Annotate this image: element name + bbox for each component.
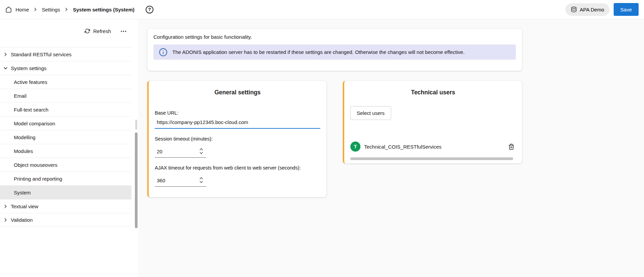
breadcrumb-settings[interactable]: Settings bbox=[42, 7, 60, 12]
sidebar-item-label: Textual view bbox=[11, 204, 38, 209]
breadcrumb-home[interactable]: Home bbox=[16, 7, 29, 12]
sidebar-item-printing-and-reporting[interactable]: Printing and reporting bbox=[0, 172, 131, 185]
chevron-right-icon bbox=[33, 7, 38, 12]
sidebar-item-label: Standard RESTful services bbox=[11, 52, 71, 57]
select-users-button[interactable]: Select users bbox=[350, 106, 391, 120]
ajax-timeout-field bbox=[155, 174, 206, 187]
top-bar-actions: APA Demo Save bbox=[565, 3, 639, 16]
sidebar-item-label: Modules bbox=[14, 148, 33, 154]
breadcrumb: Home Settings System settings (System) ? bbox=[5, 6, 153, 13]
delete-user-button[interactable] bbox=[507, 143, 515, 151]
session-timeout-label: Session timeout (minutes): bbox=[155, 136, 320, 142]
ajax-timeout-spinner bbox=[199, 176, 204, 184]
user-list-item: T Technical_COIS_RESTfulServices bbox=[350, 142, 516, 152]
sidebar-item-label: System bbox=[14, 190, 31, 195]
chevron-right-icon[interactable] bbox=[3, 217, 8, 223]
sidebar: Refresh ⋯ Standard RESTful services Syst… bbox=[0, 19, 138, 277]
ajax-timeout-input[interactable] bbox=[155, 174, 190, 186]
workspace-badge[interactable]: APA Demo bbox=[565, 3, 610, 16]
decrement-icon[interactable] bbox=[199, 151, 204, 155]
settings-tree: Standard RESTful services System setting… bbox=[0, 47, 131, 227]
sidebar-item-active-features[interactable]: Active features bbox=[0, 75, 131, 89]
breadcrumb-current: System settings (System) bbox=[73, 7, 135, 12]
decrement-icon[interactable] bbox=[199, 180, 204, 184]
increment-icon[interactable] bbox=[199, 147, 204, 151]
sidebar-item-full-text-search[interactable]: Full-text search bbox=[0, 102, 131, 116]
sidebar-item-validation[interactable]: Validation bbox=[0, 213, 131, 227]
refresh-icon bbox=[85, 28, 90, 34]
sidebar-item-label: Printing and reporting bbox=[14, 176, 62, 182]
session-timeout-input[interactable] bbox=[155, 145, 190, 157]
increment-icon[interactable] bbox=[199, 176, 204, 180]
main-content: Configuration settings for basic functio… bbox=[138, 19, 644, 277]
database-icon bbox=[571, 6, 577, 12]
horizontal-scrollbar-thumb[interactable] bbox=[350, 157, 513, 160]
sidebar-scrollbar-thumb[interactable] bbox=[135, 132, 138, 228]
help-icon[interactable]: ? bbox=[146, 6, 153, 13]
session-timeout-field bbox=[155, 145, 206, 158]
general-settings-title: General settings bbox=[155, 89, 320, 96]
configuration-description: Configuration settings for basic functio… bbox=[153, 34, 516, 40]
sidebar-item-label: Email bbox=[14, 93, 27, 99]
base-url-input[interactable] bbox=[155, 116, 320, 129]
sidebar-item-modules[interactable]: Modules bbox=[0, 144, 131, 158]
sidebar-item-label: Model comparison bbox=[14, 121, 55, 126]
refresh-button[interactable]: Refresh bbox=[85, 28, 111, 34]
chevron-right-icon bbox=[64, 7, 69, 12]
sidebar-item-label: Validation bbox=[11, 217, 33, 223]
session-timeout-spinner bbox=[199, 147, 204, 155]
technical-users-card: Technical users Select users T Technical… bbox=[343, 81, 522, 163]
chevron-right-icon[interactable] bbox=[3, 52, 8, 57]
chevron-down-icon[interactable] bbox=[3, 65, 8, 71]
sidebar-scrollbar-track[interactable] bbox=[135, 120, 137, 130]
sidebar-item-label: Active features bbox=[14, 79, 47, 85]
sidebar-item-textual-view[interactable]: Textual view bbox=[0, 199, 131, 213]
ajax-timeout-label: AJAX timeout for requests from web clien… bbox=[155, 165, 320, 171]
sidebar-item-label: Object mouseovers bbox=[14, 162, 57, 168]
sidebar-item-label: Modelling bbox=[14, 134, 35, 140]
sidebar-item-email[interactable]: Email bbox=[0, 89, 131, 102]
sidebar-item-object-mouseovers[interactable]: Object mouseovers bbox=[0, 158, 131, 172]
workspace-badge-label: APA Demo bbox=[580, 7, 604, 12]
info-icon bbox=[159, 48, 168, 57]
sidebar-toolbar: Refresh ⋯ bbox=[0, 19, 138, 43]
trash-icon bbox=[508, 144, 515, 150]
chevron-right-icon[interactable] bbox=[3, 204, 8, 209]
restart-info-banner: The ADONIS application server has to be … bbox=[153, 44, 516, 60]
sidebar-item-model-comparison[interactable]: Model comparison bbox=[0, 116, 131, 130]
sidebar-item-label: System settings bbox=[11, 65, 47, 71]
sidebar-item-modelling[interactable]: Modelling bbox=[0, 130, 131, 144]
sidebar-item-label: Full-text search bbox=[14, 107, 49, 113]
user-avatar: T bbox=[350, 142, 360, 152]
sidebar-item-standard-restful-services[interactable]: Standard RESTful services bbox=[0, 47, 131, 61]
base-url-label: Base URL: bbox=[155, 110, 320, 116]
user-name: Technical_COIS_RESTfulServices bbox=[364, 144, 441, 150]
general-settings-card: General settings Base URL: Session timeo… bbox=[147, 81, 326, 197]
sidebar-item-system-settings[interactable]: System settings bbox=[0, 61, 131, 75]
configuration-intro-card: Configuration settings for basic functio… bbox=[147, 29, 522, 71]
top-bar: Home Settings System settings (System) ?… bbox=[0, 0, 644, 19]
save-button[interactable]: Save bbox=[614, 3, 639, 16]
more-options-button[interactable]: ⋯ bbox=[120, 28, 127, 34]
sidebar-item-system[interactable]: System bbox=[0, 185, 131, 199]
restart-info-text: The ADONIS application server has to be … bbox=[172, 49, 465, 55]
home-icon[interactable] bbox=[5, 6, 12, 13]
technical-users-title: Technical users bbox=[350, 89, 516, 96]
refresh-button-label: Refresh bbox=[93, 28, 111, 34]
